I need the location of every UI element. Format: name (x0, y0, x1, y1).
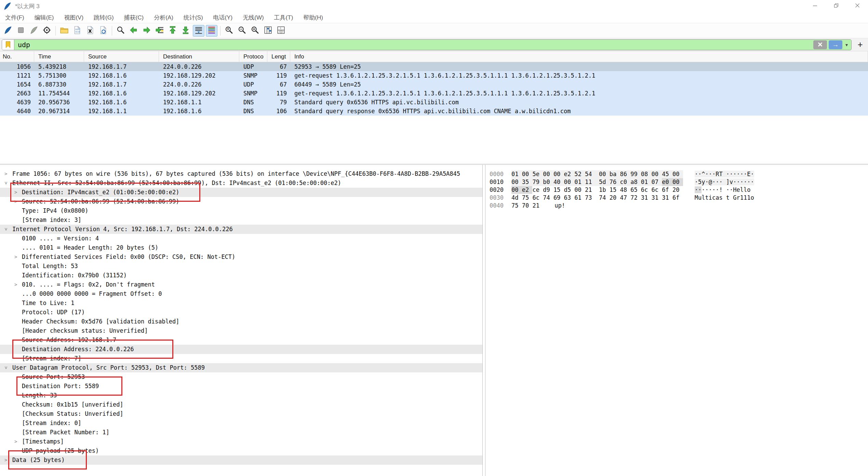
restart-capture-button[interactable] (28, 25, 40, 37)
expander-closed-icon[interactable]: > (14, 197, 17, 206)
menu-item-h[interactable]: 帮助(H) (298, 12, 328, 23)
detail-line[interactable]: >User Datagram Protocol, Src Port: 52953… (0, 363, 482, 372)
detail-line[interactable]: >[Timestamps] (0, 437, 482, 446)
expander-open-icon[interactable]: > (1, 366, 11, 369)
detail-line[interactable]: UDP payload (25 bytes) (0, 446, 482, 455)
column-header-source[interactable]: Source (84, 51, 159, 62)
menu-item-e[interactable]: 编辑(E) (29, 12, 59, 23)
detail-line[interactable]: >Internet Protocol Version 4, Src: 192.1… (0, 225, 482, 234)
detail-line[interactable]: Source Port: 52953 (0, 372, 482, 382)
menu-item-y[interactable]: 电话(Y) (208, 12, 238, 23)
detail-line[interactable]: Length: 33 (0, 391, 482, 400)
filter-history-dropdown[interactable]: ▾ (844, 42, 851, 48)
expander-closed-icon[interactable]: > (4, 169, 7, 178)
column-header-time[interactable]: Time (34, 51, 84, 62)
hex-row[interactable]: 00304d756c7469636173742047723131316fMult… (485, 194, 868, 202)
expander-closed-icon[interactable]: > (14, 252, 17, 262)
column-header-lengt[interactable]: Lengt (267, 51, 290, 62)
packet-row[interactable]: 463920.956736192.168.1.6192.168.1.1DNS79… (0, 98, 868, 107)
go-first-button[interactable] (167, 25, 178, 37)
close-button[interactable] (847, 0, 868, 12)
detail-line[interactable]: >Destination: IPv4mcast_e2 (01:00:5e:00:… (0, 188, 482, 197)
packet-row[interactable]: 16546.887330192.168.1.7224.0.0.226UDP676… (0, 80, 868, 89)
packet-row[interactable]: 464020.967314192.168.1.1192.168.1.6DNS10… (0, 107, 868, 116)
menu-item-g[interactable]: 跳转(G) (89, 12, 119, 23)
find-packet-button[interactable] (115, 25, 126, 37)
detail-line[interactable]: [Stream Packet Number: 1] (0, 428, 482, 437)
hex-row[interactable]: 002000e2ced915d500211b1548656c6c6f20····… (485, 186, 868, 194)
colorize-button[interactable] (206, 25, 217, 37)
detail-line[interactable]: Time to Live: 1 (0, 299, 482, 308)
filter-apply-button[interactable]: → (829, 40, 842, 49)
auto-scroll-button[interactable] (193, 25, 204, 37)
expander-closed-icon[interactable]: > (14, 437, 17, 446)
detail-line[interactable]: >Source: 52:54:00:ba:86:99 (52:54:00:ba:… (0, 197, 482, 206)
detail-line[interactable]: [Stream index: 0] (0, 419, 482, 428)
capture-options-button[interactable] (41, 25, 53, 37)
zoom-reset-button[interactable]: = (249, 25, 261, 37)
detail-line[interactable]: >Ethernet II, Src: 52:54:00:ba:86:99 (52… (0, 178, 482, 188)
detail-line[interactable]: >Differentiated Services Field: 0x00 (DS… (0, 252, 482, 262)
zoom-in-button[interactable]: + (223, 25, 235, 37)
menu-item-f[interactable]: 文件(F) (0, 12, 29, 23)
go-back-button[interactable] (128, 25, 139, 37)
filter-bookmark-button[interactable] (2, 40, 14, 50)
menu-item-v[interactable]: 视图(V) (59, 12, 89, 23)
filter-add-button[interactable]: + (854, 39, 866, 50)
expander-closed-icon[interactable]: > (4, 455, 7, 465)
detail-line[interactable]: >Data (25 bytes) (0, 455, 482, 465)
detail-line[interactable]: [Header checksum status: Unverified] (0, 326, 482, 335)
menu-item-s[interactable]: 统计(S) (178, 12, 208, 23)
detail-line[interactable]: Protocol: UDP (17) (0, 308, 482, 317)
detail-line[interactable]: Source Address: 192.168.1.7 (0, 335, 482, 345)
close-file-button[interactable] (84, 25, 96, 37)
detail-line[interactable]: ...0 0000 0000 0000 = Fragment Offset: 0 (0, 289, 482, 299)
menu-item-w[interactable]: 无线(W) (238, 12, 269, 23)
resize-columns-button[interactable] (262, 25, 274, 37)
go-last-button[interactable] (180, 25, 191, 37)
hex-row[interactable]: 000001005e0000e2525400ba869908004500··^·… (485, 170, 868, 178)
packet-row[interactable]: 10565.439218192.168.1.7224.0.0.226UDP675… (0, 62, 868, 71)
detail-line[interactable]: 0100 .... = Version: 4 (0, 234, 482, 243)
detail-line[interactable]: Total Length: 53 (0, 262, 482, 271)
detail-line[interactable]: Header Checksum: 0x5d76 [validation disa… (0, 317, 482, 326)
layout-button[interactable]: 123 (275, 25, 287, 37)
detail-line[interactable]: Destination Port: 5589 (0, 382, 482, 391)
go-to-packet-button[interactable] (154, 25, 165, 37)
column-header-destination[interactable]: Destination (159, 51, 239, 62)
reload-file-button[interactable] (97, 25, 109, 37)
start-capture-button[interactable] (2, 25, 14, 37)
expander-closed-icon[interactable]: > (14, 188, 17, 197)
detail-line[interactable]: Checksum: 0x1b15 [unverified] (0, 400, 482, 409)
hex-row[interactable]: 0010003579b0400001115d76c0a80107e000·5y·… (485, 178, 868, 186)
save-file-button[interactable]: 01010110 (71, 25, 83, 37)
expander-open-icon[interactable]: > (1, 228, 11, 230)
column-header-no[interactable]: No. (0, 51, 34, 62)
minimize-button[interactable] (804, 0, 826, 12)
display-filter-input[interactable] (14, 41, 813, 49)
detail-line[interactable]: >Frame 1056: 67 bytes on wire (536 bits)… (0, 169, 482, 178)
column-header-info[interactable]: Info (290, 51, 868, 62)
filter-clear-button[interactable]: ✕ (813, 40, 827, 49)
expander-closed-icon[interactable]: > (14, 280, 17, 289)
go-forward-button[interactable] (141, 25, 152, 37)
hex-row[interactable]: 0040757021up! (485, 202, 868, 210)
detail-line[interactable]: [Checksum Status: Unverified] (0, 409, 482, 419)
menu-item-a[interactable]: 分析(A) (149, 12, 178, 23)
open-file-button[interactable] (58, 25, 70, 37)
detail-line[interactable]: .... 0101 = Header Length: 20 bytes (5) (0, 243, 482, 252)
detail-line[interactable]: Destination Address: 224.0.0.226 (0, 345, 482, 354)
restore-button[interactable] (826, 0, 847, 12)
packet-row[interactable]: 266311.754544192.168.1.6192.168.129.202S… (0, 89, 868, 98)
zoom-out-button[interactable]: − (236, 25, 248, 37)
packet-row[interactable]: 11215.751300192.168.1.6192.168.129.202SN… (0, 71, 868, 80)
detail-line[interactable]: [Stream index: 7] (0, 354, 482, 363)
detail-line[interactable]: Type: IPv4 (0x0800) (0, 206, 482, 215)
menu-item-c[interactable]: 捕获(C) (119, 12, 149, 23)
stop-capture-button[interactable] (15, 25, 27, 37)
column-header-protoco[interactable]: Protoco (239, 51, 267, 62)
detail-line[interactable]: >010. .... = Flags: 0x2, Don't fragment (0, 280, 482, 289)
detail-line[interactable]: [Stream index: 3] (0, 215, 482, 225)
menu-item-t[interactable]: 工具(T) (269, 12, 298, 23)
expander-open-icon[interactable]: > (1, 182, 11, 184)
